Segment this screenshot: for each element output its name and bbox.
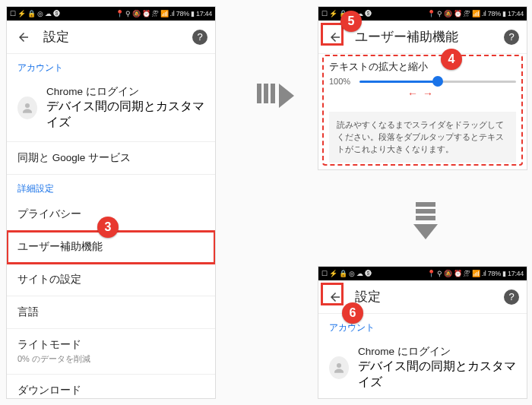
slider-row: 100% <box>329 77 516 86</box>
avatar <box>17 97 37 119</box>
status-left: ☐ ⚡ 🔒 ◎ ☁ 🅢 <box>321 270 371 277</box>
status-bar: ☐ ⚡ 🔒 ◎ ☁ 🅢 📍 ⚲ 🔕 ⏰ ⛈ 📶 .ıl 78% ▮ 17:44 <box>7 7 215 21</box>
svg-point-0 <box>25 103 30 108</box>
phone-settings: ☐ ⚡ 🔒 ◎ ☁ 🅢 📍 ⚲ 🔕 ⏰ ⛈ 📶 .ıl 78% ▮ 17:44 … <box>6 6 216 399</box>
status-left: ☐ ⚡ 🔒 ◎ ☁ 🅢 <box>10 10 59 17</box>
arrow-right <box>257 84 294 108</box>
light-title: ライトモード <box>17 338 204 352</box>
login-row[interactable]: Chrome にログイン デバイス間の同期とカスタマイズ <box>318 337 527 399</box>
row-language[interactable]: 言語 <box>7 296 215 329</box>
help-text-box: 読みやすくなるまでスライダをドラッグしてください。段落をダブルタップするとテキス… <box>329 112 516 163</box>
login-row[interactable]: Chrome にログイン デバイス間の同期とカスタマイズ <box>7 78 215 142</box>
login-text: Chrome にログイン デバイス間の同期とカスタマイズ <box>46 85 204 131</box>
section-advanced-label: 詳細設定 <box>7 175 215 198</box>
login-title: Chrome にログイン <box>46 85 204 99</box>
text-scale-section: テキストの拡大と縮小 100% ←→ <box>318 54 527 107</box>
back-arrow-icon <box>328 30 342 44</box>
help-icon: ? <box>197 31 202 43</box>
status-bar: ☐ ⚡ 🔒 ◎ ☁ 🅢 📍 ⚲ 🔕 ⏰ ⛈ 📶 .ıl 78% ▮ 17:44 <box>318 267 527 280</box>
help-button[interactable]: ? <box>504 30 519 45</box>
status-right: 📍 ⚲ 🔕 ⏰ ⛈ 📶 .ıl 78% ▮ 17:44 <box>116 10 212 17</box>
row-download[interactable]: ダウンロード <box>7 375 215 399</box>
back-arrow-icon <box>328 290 342 304</box>
slider-thumb[interactable] <box>432 76 443 87</box>
person-icon <box>332 361 346 375</box>
callout-6: 6 <box>342 302 363 324</box>
status-right: 📍 ⚲ 🔕 ⏰ ⛈ 📶 .ıl 78% ▮ 17:44 <box>427 10 524 17</box>
help-icon: ? <box>508 291 514 302</box>
row-light-mode[interactable]: ライトモード 0% のデータを削減 <box>7 329 215 375</box>
help-button[interactable]: ? <box>192 30 207 45</box>
callout-3: 3 <box>97 217 119 238</box>
slider-title: テキストの拡大と縮小 <box>329 60 516 74</box>
app-bar: 設定 ? <box>7 21 215 54</box>
help-button[interactable]: ? <box>504 290 519 305</box>
login-title: Chrome にログイン <box>358 345 516 359</box>
callout-4: 4 <box>441 49 462 70</box>
row-sync[interactable]: 同期と Google サービス <box>7 142 215 175</box>
row-site-settings[interactable]: サイトの設定 <box>7 264 215 296</box>
login-sub: デバイス間の同期とカスタマイズ <box>358 359 516 391</box>
arrow-down <box>413 202 438 239</box>
page-title: 設定 <box>43 28 192 46</box>
svg-point-1 <box>337 363 341 368</box>
slider-direction-hint: ←→ <box>329 87 516 100</box>
light-sub: 0% のデータを削減 <box>17 353 204 365</box>
page-title: 設定 <box>355 288 504 305</box>
login-sub: デバイス間の同期とカスタマイズ <box>46 99 204 131</box>
status-right: 📍 ⚲ 🔕 ⏰ ⛈ 📶 .ıl 78% ▮ 17:44 <box>427 270 524 277</box>
slider-percent: 100% <box>329 77 353 86</box>
section-account-label: アカウント <box>7 54 215 78</box>
callout-5: 5 <box>340 11 362 32</box>
page-title: ユーザー補助機能 <box>355 28 504 46</box>
avatar <box>329 356 349 379</box>
back-button[interactable] <box>326 28 344 46</box>
person-icon <box>21 101 34 115</box>
back-button[interactable] <box>326 288 344 306</box>
phone-settings-return: ☐ ⚡ 🔒 ◎ ☁ 🅢 📍 ⚲ 🔕 ⏰ ⛈ 📶 .ıl 78% ▮ 17:44 … <box>318 266 527 399</box>
help-icon: ? <box>508 31 514 43</box>
login-text: Chrome にログイン デバイス間の同期とカスタマイズ <box>358 345 516 391</box>
back-arrow-icon <box>17 30 30 44</box>
text-scale-slider[interactable] <box>359 81 516 83</box>
back-button[interactable] <box>14 28 33 46</box>
